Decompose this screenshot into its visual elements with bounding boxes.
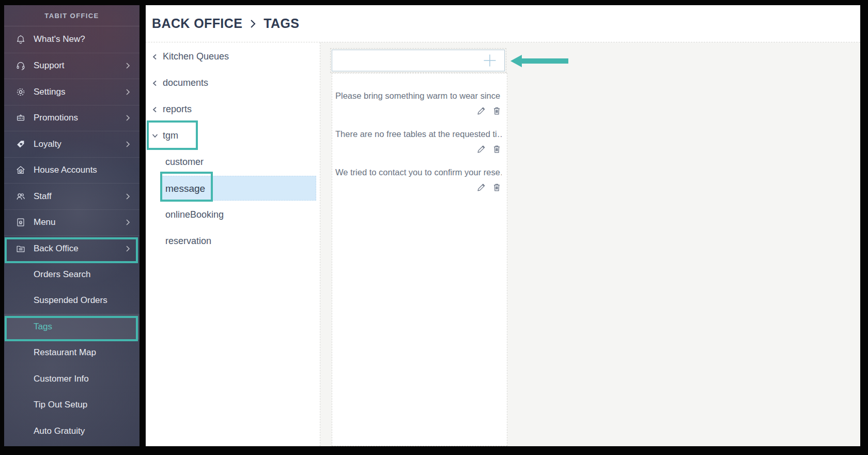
- trash-icon: [492, 144, 502, 154]
- tag-list-item: Please bring something warm to wear sinc…: [332, 90, 507, 116]
- edit-button[interactable]: [476, 106, 486, 116]
- sidebar-item-loyalty[interactable]: Loyalty: [4, 131, 140, 157]
- chevron-left-icon: [152, 80, 158, 86]
- add-tag-button[interactable]: [482, 52, 498, 69]
- new-tag-input[interactable]: [332, 50, 482, 71]
- page-header: BACK OFFICE TAGS: [146, 5, 860, 42]
- delete-button[interactable]: [492, 183, 502, 192]
- chevron-right-icon: [250, 18, 256, 29]
- chevron-right-icon: [126, 193, 130, 200]
- tree-node-label: customer: [165, 157, 204, 168]
- sidebar-item-back-office[interactable]: Back Office: [4, 235, 140, 262]
- sidebar-item-label: Support: [34, 60, 65, 71]
- chevron-right-icon: [126, 114, 130, 122]
- tree-node-tgm[interactable]: tgm: [146, 123, 320, 149]
- pencil-icon: [476, 144, 486, 154]
- arrow-head-icon: [510, 55, 522, 67]
- chevron-right-icon: [126, 88, 130, 96]
- folder-icon: [15, 243, 26, 254]
- sidebar-item-label: Staff: [34, 191, 52, 202]
- chevron-right-icon: [126, 219, 130, 226]
- tag-list-item: We tried to contact you to confirm your …: [332, 166, 507, 192]
- trash-icon: [492, 106, 502, 116]
- tag-text: We tried to contact you to confirm your …: [335, 166, 502, 178]
- chevron-right-icon: [126, 62, 130, 69]
- tag-tree-panel: Kitchen Queues documents reports tgm cus…: [146, 42, 320, 446]
- delete-button[interactable]: [492, 106, 502, 116]
- sidebar: TABIT OFFICE What's New? Support Setting…: [4, 5, 140, 446]
- sidebar-item-label: Tip Out Setup: [34, 400, 87, 410]
- edit-button[interactable]: [476, 183, 486, 192]
- tag-text: There are no free tables at the requeste…: [335, 128, 502, 140]
- new-tag-input-wrap: [332, 50, 505, 71]
- sidebar-item-support[interactable]: Support: [4, 53, 140, 79]
- tree-node-reports[interactable]: reports: [146, 96, 320, 123]
- menu-card-icon: [15, 217, 26, 228]
- pencil-icon: [476, 183, 486, 192]
- headset-icon: [15, 60, 26, 71]
- delete-button[interactable]: [492, 144, 502, 154]
- sidebar-item-label: What's New?: [34, 34, 85, 44]
- breadcrumb-parent[interactable]: BACK OFFICE: [152, 16, 242, 31]
- app-logo: TABIT OFFICE: [4, 5, 140, 26]
- sidebar-item-label: Restaurant Map: [34, 347, 96, 358]
- tree-node-label: Kitchen Queues: [163, 51, 229, 62]
- tag-actions: [335, 183, 502, 192]
- tree-node-online-booking[interactable]: onlineBooking: [146, 202, 320, 228]
- sidebar-item-label: Auto Gratuity: [34, 426, 85, 436]
- tree-node-message[interactable]: message: [146, 175, 320, 202]
- tag-text: Please bring something warm to wear sinc…: [335, 90, 502, 101]
- sidebar-item-settings[interactable]: Settings: [4, 79, 140, 105]
- sidebar-item-label: Tags: [34, 322, 52, 332]
- sidebar-item-customer-info[interactable]: Customer Info: [4, 366, 140, 392]
- breadcrumb-current: TAGS: [264, 16, 299, 31]
- people-icon: [15, 191, 26, 202]
- pencil-icon: [476, 106, 486, 116]
- tree-node-reservation[interactable]: reservation: [146, 228, 320, 254]
- sidebar-item-label: Promotions: [34, 113, 78, 123]
- tag-actions: [335, 106, 502, 116]
- chevron-left-icon: [152, 54, 158, 60]
- sidebar-item-restaurant-map[interactable]: Restaurant Map: [4, 340, 140, 366]
- breadcrumb: BACK OFFICE TAGS: [152, 16, 299, 31]
- sidebar-item-label: Orders Search: [34, 269, 91, 280]
- tag-actions: [335, 144, 502, 154]
- tree-node-kitchen-queues[interactable]: Kitchen Queues: [146, 43, 320, 70]
- tree-node-label: onlineBooking: [165, 209, 224, 220]
- sidebar-item-house-accounts[interactable]: $ House Accounts: [4, 157, 140, 184]
- svg-text:SALE: SALE: [18, 117, 23, 119]
- tree-node-label: reports: [163, 104, 192, 115]
- chevron-right-icon: [126, 245, 130, 252]
- sidebar-item-tip-out-setup[interactable]: Tip Out Setup: [4, 392, 140, 418]
- sale-sign-icon: SALE: [15, 112, 26, 124]
- tree-node-documents[interactable]: documents: [146, 70, 320, 96]
- app-window: TABIT OFFICE What's New? Support Setting…: [4, 5, 860, 446]
- sidebar-item-suspended-orders[interactable]: Suspended Orders: [4, 287, 140, 314]
- bell-icon: [15, 34, 26, 45]
- sidebar-item-staff[interactable]: Staff: [4, 183, 140, 209]
- sidebar-item-label: Menu: [34, 217, 56, 228]
- edit-button[interactable]: [476, 144, 486, 154]
- sidebar-item-tags[interactable]: Tags: [4, 314, 140, 340]
- main-content: BACK OFFICE TAGS Kitchen Queues document…: [146, 5, 860, 446]
- sidebar-item-whats-new[interactable]: What's New?: [4, 26, 140, 53]
- tree-node-label: tgm: [163, 130, 178, 141]
- chevron-left-icon: [152, 107, 158, 113]
- chevron-right-icon: [126, 141, 130, 148]
- sidebar-item-promotions[interactable]: SALE Promotions: [4, 105, 140, 131]
- sidebar-item-label: Customer Info: [34, 374, 89, 384]
- tree-node-label: message: [165, 183, 205, 194]
- sidebar-item-orders-search[interactable]: Orders Search: [4, 262, 140, 288]
- chevron-down-icon: [152, 133, 158, 139]
- sidebar-item-label: House Accounts: [34, 165, 97, 175]
- svg-text:$: $: [20, 170, 22, 173]
- tag-heart-icon: [15, 139, 26, 150]
- annotation-arrow: [510, 55, 568, 67]
- sidebar-item-auto-gratuity[interactable]: Auto Gratuity: [4, 418, 140, 445]
- sidebar-main-divider: [140, 5, 146, 446]
- sidebar-item-label: Settings: [34, 87, 65, 97]
- sidebar-item-menu[interactable]: Menu: [4, 209, 140, 236]
- tree-node-label: documents: [163, 78, 208, 88]
- tree-node-customer[interactable]: customer: [146, 149, 320, 175]
- sidebar-item-label: Loyalty: [34, 139, 61, 149]
